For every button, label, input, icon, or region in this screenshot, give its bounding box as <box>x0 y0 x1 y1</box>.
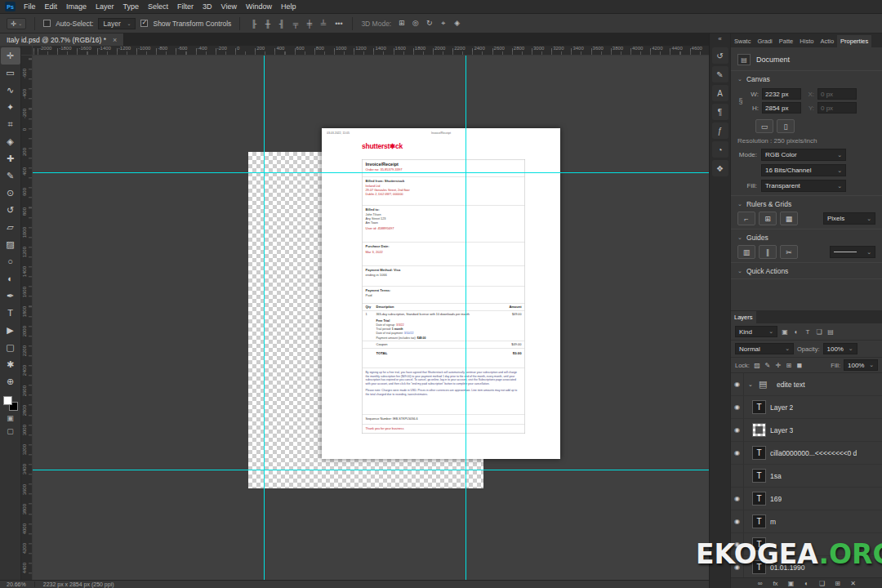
panel-tab-patte[interactable]: Patte <box>776 35 797 47</box>
color-swatches[interactable] <box>2 395 19 412</box>
menu-item-select[interactable]: Select <box>148 2 168 11</box>
lock-icon-3[interactable]: ⊞ <box>785 362 793 369</box>
layer-visibility-toggle[interactable]: ◉ <box>731 419 744 442</box>
canvas-height-field[interactable]: 2854 px <box>762 102 801 114</box>
clone-stamp-tool[interactable]: ⊙ <box>1 185 20 202</box>
menu-item-file[interactable]: File <box>24 2 36 11</box>
type-tool[interactable]: T <box>1 305 20 322</box>
layer-row[interactable]: ◉TLayer 2 <box>731 396 882 419</box>
layer-row[interactable]: ◉T169 <box>731 488 882 510</box>
canvas-width-field[interactable]: 2232 px <box>762 88 801 100</box>
panel-tab-swatc[interactable]: Swatc <box>731 35 754 47</box>
color-mode-select[interactable]: RGB Color⌄ <box>761 149 846 161</box>
lock-icon-4[interactable]: ◼ <box>795 362 804 369</box>
rulers-grids-icon-1[interactable]: ⊞ <box>759 212 777 225</box>
show-transform-checkbox[interactable] <box>140 20 148 27</box>
pen-tool[interactable]: ✒ <box>1 287 20 305</box>
bit-depth-select[interactable]: 16 Bits/Channel⌄ <box>761 164 846 176</box>
layer-row[interactable]: ◉Tcilla0000000...<<<<<<<<0 d <box>731 442 882 465</box>
layer-visibility-toggle[interactable]: ◉ <box>731 510 744 533</box>
rulers-grids-header[interactable]: ⌄ Rulers & Grids <box>737 200 875 208</box>
layer-row[interactable]: T1sa <box>731 465 882 488</box>
layer-filter-icon-3[interactable]: ❏ <box>815 328 823 336</box>
adjustments-panel-icon[interactable]: ◔ <box>712 141 728 158</box>
hand-tool[interactable]: ✱ <box>1 356 20 373</box>
layer-visibility-toggle[interactable]: ◉ <box>731 396 744 419</box>
blend-mode-select[interactable]: Normal⌄ <box>735 343 794 354</box>
layer-filter-icon-1[interactable]: ◐ <box>792 328 800 336</box>
mode-3d-icon-2[interactable]: ↻ <box>424 19 434 28</box>
align-icon-2[interactable]: ╢ <box>276 20 287 28</box>
link-dimensions-icon[interactable]: § <box>737 97 744 105</box>
more-options-icon[interactable]: ••• <box>333 20 344 28</box>
layer-fill-select[interactable]: 100%⌄ <box>844 359 878 371</box>
align-icon-4[interactable]: ╪ <box>304 20 314 28</box>
tool-preset-dropdown[interactable]: ✛ ⌄ <box>7 18 26 29</box>
layers-bottom-icon-4[interactable]: ❏ <box>818 580 826 587</box>
orientation-portrait-button[interactable]: ▯ <box>777 119 795 133</box>
gradient-tool[interactable]: ▨ <box>1 236 20 253</box>
align-icon-1[interactable]: ╫ <box>262 20 273 28</box>
layers-bottom-icon-2[interactable]: ▣ <box>787 580 795 587</box>
history-brush-tool[interactable]: ↺ <box>1 202 20 219</box>
panel-tab-gradi[interactable]: Gradi <box>754 35 775 47</box>
opacity-select[interactable]: 100%⌄ <box>823 343 858 354</box>
tab-layers[interactable]: Layers <box>731 311 756 323</box>
app-logo-icon[interactable]: Ps <box>5 2 16 11</box>
menu-item-layer[interactable]: Layer <box>96 2 114 11</box>
quick-selection-tool[interactable]: ✦ <box>1 99 20 116</box>
glyphs-panel-icon[interactable]: ƒ <box>712 122 728 139</box>
tab-close-icon[interactable]: × <box>113 36 117 44</box>
panel-tab-properties[interactable]: Properties <box>837 35 871 47</box>
eraser-tool[interactable]: ▱ <box>1 219 20 236</box>
grid-units-select[interactable]: Pixels⌄ <box>823 212 875 225</box>
layer-filter-icon-2[interactable]: T <box>804 328 812 336</box>
lasso-tool[interactable]: ∿ <box>1 82 20 99</box>
layer-visibility-toggle[interactable] <box>731 465 744 488</box>
menu-item-type[interactable]: Type <box>123 2 140 11</box>
crop-tool[interactable]: ⌗ <box>1 116 20 133</box>
layer-row[interactable]: ◉⌄▤edite text <box>731 373 882 396</box>
layers-bottom-icon-6[interactable]: ✕ <box>849 580 858 587</box>
vertical-guide[interactable] <box>264 56 265 580</box>
layer-filter-kind-select[interactable]: Kind⌄ <box>735 326 777 337</box>
collapse-panels-icon[interactable]: « <box>718 33 721 45</box>
layer-row[interactable]: ◉Tm <box>731 510 882 533</box>
mode-3d-icon-3[interactable]: ⌖ <box>438 19 448 28</box>
mode-3d-icon-0[interactable]: ⊞ <box>396 19 407 28</box>
menu-item-help[interactable]: Help <box>281 2 296 11</box>
group-expand-icon[interactable]: ⌄ <box>748 381 755 388</box>
orientation-landscape-button[interactable]: ▭ <box>755 119 773 133</box>
menu-item-view[interactable]: View <box>221 2 237 11</box>
menu-item-filter[interactable]: Filter <box>177 2 194 11</box>
zoom-tool[interactable]: ⊕ <box>1 373 20 390</box>
paragraph-panel-icon[interactable]: ¶ <box>712 104 728 120</box>
layers-bottom-icon-1[interactable]: fx <box>772 580 780 587</box>
guides-icon-1[interactable]: ∥ <box>759 245 777 259</box>
document-tab[interactable]: Italy id.psd @ 20.7% (RGB/16) * × <box>0 33 124 46</box>
canvas-x-field[interactable]: 0 px <box>817 88 857 100</box>
marquee-tool[interactable]: ▭ <box>1 65 20 82</box>
align-icon-0[interactable]: ╟ <box>248 20 259 28</box>
lock-icon-0[interactable]: ▨ <box>753 362 761 369</box>
document-page[interactable]: Invoice/Receipt 03.03.2022, 11:05 shutte… <box>322 128 560 459</box>
auto-select-checkbox[interactable] <box>43 20 51 27</box>
eyedropper-tool[interactable]: ◈ <box>1 133 20 150</box>
lock-icon-2[interactable]: ✛ <box>774 362 782 369</box>
horizontal-guide[interactable] <box>33 172 709 173</box>
align-icon-3[interactable]: ╤ <box>290 20 301 28</box>
layer-visibility-toggle[interactable]: ◉ <box>731 442 744 465</box>
fill-select[interactable]: Transparent⌄ <box>761 180 846 192</box>
vertical-guide[interactable] <box>466 56 466 580</box>
guides-icon-0[interactable]: ▥ <box>737 245 755 259</box>
layer-filter-icon-4[interactable]: ▤ <box>826 328 835 336</box>
mode-3d-icon-1[interactable]: ◎ <box>410 19 421 28</box>
rulers-grids-icon-0[interactable]: ⌐ <box>737 212 755 225</box>
menu-item-window[interactable]: Window <box>246 2 272 11</box>
shape-tool[interactable]: ▢ <box>1 339 20 356</box>
layer-visibility-toggle[interactable]: ◉ <box>731 373 744 396</box>
dodge-tool[interactable]: ◐ <box>1 270 20 287</box>
quick-actions-header[interactable]: ⌄ Quick Actions <box>737 267 875 275</box>
guides-icon-2[interactable]: ✂ <box>780 245 798 259</box>
panel-tab-actio[interactable]: Actio <box>817 35 837 47</box>
